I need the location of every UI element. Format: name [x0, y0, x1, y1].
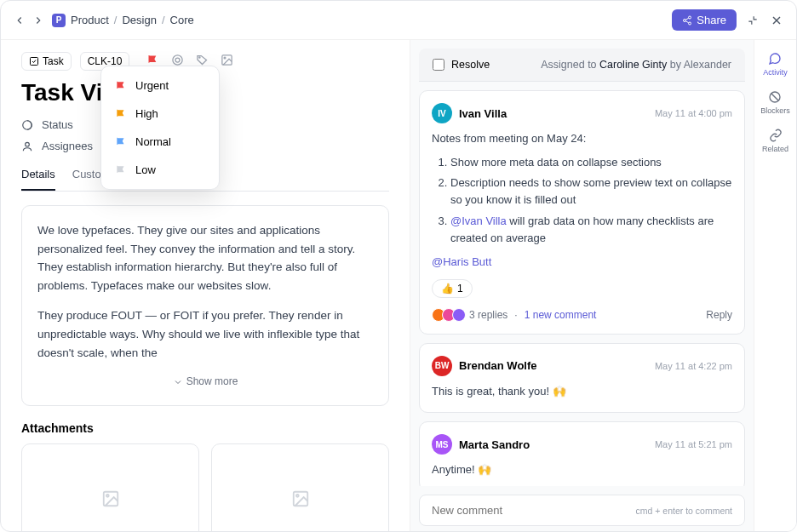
breadcrumb-item[interactable]: Core: [170, 14, 194, 26]
new-comment-input[interactable]: [432, 504, 635, 517]
svg-point-9: [175, 58, 180, 62]
flag-icon: [115, 108, 127, 120]
breadcrumb-item[interactable]: Product: [71, 14, 109, 26]
breadcrumb[interactable]: P Product / Design / Core: [52, 14, 194, 27]
image-icon: [101, 489, 120, 508]
svg-line-4: [686, 18, 689, 20]
comment-hint: cmd + enter to comment: [635, 506, 732, 516]
rail-related[interactable]: Related: [762, 129, 788, 153]
attachment-placeholder[interactable]: [21, 443, 199, 532]
svg-point-2: [689, 22, 691, 25]
check-square-icon: [29, 56, 39, 66]
mention[interactable]: @Ivan Villa: [450, 215, 507, 227]
show-more-button[interactable]: Show more: [37, 374, 373, 390]
share-icon: [682, 15, 692, 26]
comment-body: This is great, thank you! 🙌: [432, 383, 732, 400]
link-icon: [769, 129, 783, 142]
rail-blockers[interactable]: Blockers: [760, 90, 790, 115]
resolve-bar: Resolve Assigned to Caroline Ginty by Al…: [419, 49, 745, 82]
comment-author: Ivan Villa: [459, 107, 507, 120]
svg-line-20: [771, 94, 778, 100]
mention[interactable]: @Haris Butt: [432, 255, 491, 268]
attachments-heading: Attachments: [21, 421, 389, 435]
chevron-down-icon: [173, 377, 183, 387]
attachment-placeholder[interactable]: [211, 443, 389, 532]
comment-timestamp: May 11 at 5:21 pm: [655, 439, 732, 449]
share-button[interactable]: Share: [672, 9, 737, 31]
priority-dropdown: UrgentHighNormalLow: [100, 66, 220, 190]
comment-timestamp: May 11 at 4:22 pm: [655, 361, 732, 371]
svg-point-0: [689, 16, 691, 19]
side-rail: Activity Blockers Related: [754, 40, 796, 532]
description-box[interactable]: We love typefaces. They give our sites a…: [21, 205, 389, 406]
resolve-label: Resolve: [451, 59, 490, 71]
comment-body: Anytime! 🙌: [432, 461, 732, 478]
nav-back-button[interactable]: [13, 14, 26, 27]
svg-point-10: [199, 56, 200, 57]
flag-icon: [115, 164, 127, 176]
user-icon: [21, 140, 33, 152]
reaction-pill[interactable]: 👍 1: [432, 279, 473, 298]
comment-timestamp: May 11 at 4:00 pm: [655, 108, 732, 118]
comment-author: Brendan Wolfe: [459, 359, 537, 372]
reply-button[interactable]: Reply: [706, 309, 732, 321]
image-icon: [291, 489, 310, 508]
svg-point-16: [106, 495, 108, 497]
svg-line-3: [686, 20, 689, 22]
priority-option-normal[interactable]: Normal: [106, 128, 214, 156]
nav-forward-button[interactable]: [32, 14, 45, 27]
priority-option-high[interactable]: High: [106, 100, 214, 128]
breadcrumb-item[interactable]: Design: [122, 14, 156, 26]
svg-point-8: [173, 54, 182, 64]
minimize-button[interactable]: [745, 13, 760, 28]
project-icon: P: [52, 14, 66, 27]
block-icon: [768, 90, 782, 104]
comment-body: Notes from meeting on May 24:Show more m…: [432, 130, 732, 271]
avatar: IV: [432, 103, 452, 123]
close-button[interactable]: [769, 13, 784, 28]
tab-custom[interactable]: Custo: [72, 168, 101, 191]
priority-option-urgent[interactable]: Urgent: [106, 72, 214, 100]
task-type-pill[interactable]: Task: [21, 52, 72, 71]
header: P Product / Design / Core Share: [1, 1, 796, 40]
rail-activity[interactable]: Activity: [763, 52, 788, 77]
avatar: MS: [432, 434, 452, 455]
comment-icon: [768, 52, 782, 66]
svg-rect-7: [31, 58, 38, 66]
tab-details[interactable]: Details: [21, 168, 55, 191]
assigned-to: Assigned to Caroline Ginty by Alexander: [541, 59, 731, 71]
replies-row[interactable]: 3 replies · 1 new comment Reply: [432, 308, 732, 322]
flag-icon: [115, 80, 127, 92]
comment: BW Brendan Wolfe May 11 at 4:22 pm This …: [419, 343, 745, 413]
new-comment-input-container: cmd + enter to comment: [419, 495, 745, 526]
comment: MS Marta Sandro May 11 at 5:21 pm Anytim…: [419, 421, 745, 486]
status-icon: [21, 119, 33, 131]
comment: IV Ivan Villa May 11 at 4:00 pm Notes fr…: [419, 90, 745, 335]
comment-author: Marta Sandro: [459, 438, 530, 451]
priority-option-low[interactable]: Low: [106, 156, 214, 184]
flag-icon: [115, 136, 127, 148]
svg-point-14: [26, 142, 30, 146]
image-icon[interactable]: [221, 54, 233, 70]
resolve-checkbox[interactable]: [433, 59, 444, 71]
svg-point-12: [224, 57, 226, 59]
svg-point-18: [295, 495, 298, 497]
svg-point-1: [684, 19, 686, 21]
avatar: BW: [432, 356, 452, 376]
